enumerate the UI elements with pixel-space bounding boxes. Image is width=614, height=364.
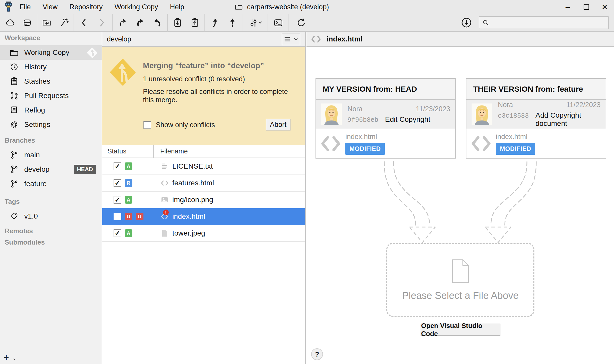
close-button[interactable]: ✕ (595, 0, 614, 14)
undo-button[interactable] (115, 15, 130, 30)
row-checkbox[interactable] (114, 213, 121, 220)
commit-author: Nora (498, 101, 513, 109)
menu-file[interactable]: File (20, 3, 31, 11)
sidebar-item-branch-main[interactable]: main (0, 148, 102, 162)
stash-save-button[interactable] (170, 15, 185, 30)
working-copy-panel: develop Merging “feature (102, 32, 306, 364)
sidebar-item-branch-feature[interactable]: feature (0, 177, 102, 191)
sidebar-item-working-copy[interactable]: Working Copy (0, 45, 102, 60)
sidebar-item-history[interactable]: History (0, 60, 102, 74)
menu-view[interactable]: View (43, 3, 58, 11)
chevron-down-icon (294, 38, 298, 41)
row-checkbox[interactable] (114, 162, 121, 170)
drive-icon (22, 18, 32, 28)
code-file-icon (470, 133, 492, 155)
sidebar-item-label: Stashes (24, 77, 50, 85)
commit-date: 11/22/2023 (566, 101, 601, 109)
cloud-button[interactable] (3, 15, 17, 30)
table-row-selected[interactable]: U U index.html (102, 208, 305, 225)
their-version-card[interactable]: THEIR VERSION from: feature (466, 78, 606, 159)
clipboard-up-icon (190, 18, 200, 28)
image-file-icon (160, 195, 169, 204)
search-input[interactable] (492, 19, 605, 27)
sidebar-item-label: Working Copy (24, 48, 69, 57)
menu-repository[interactable]: Repository (70, 3, 103, 11)
abort-merge-button[interactable]: Abort (266, 119, 291, 131)
stash-apply-button[interactable] (187, 15, 202, 30)
show-only-conflicts-checkbox[interactable] (143, 121, 151, 129)
maximize-button[interactable] (577, 0, 595, 14)
code-file-icon (160, 179, 169, 187)
table-row[interactable]: R features.html (102, 175, 305, 192)
push-icon (227, 18, 237, 28)
refresh-icon (296, 18, 306, 28)
file-name: features.html (172, 179, 214, 187)
tower-app-window: File View Repository Working Copy Help c… (0, 0, 614, 364)
sidebar-item-tag-v1[interactable]: v1.0 (0, 209, 102, 223)
their-version-header: THEIR VERSION from: feature (466, 79, 606, 100)
menu-working-copy[interactable]: Working Copy (115, 3, 158, 11)
help-button[interactable]: ? (311, 348, 323, 360)
their-version-file: index.html MODIFIED (466, 129, 606, 158)
terminal-button[interactable] (271, 15, 285, 30)
detail-panel-content: MY VERSION from: HEAD (306, 47, 614, 364)
redo-button[interactable] (150, 15, 165, 30)
merge-diamond-icon (110, 59, 136, 87)
sidebar-item-label: v1.0 (24, 212, 38, 220)
merge-tool-icon (248, 18, 263, 28)
magic-wand-icon (58, 18, 69, 28)
minimize-button[interactable]: – (558, 0, 577, 14)
search-box[interactable] (479, 16, 609, 29)
conflict-detail-panel: index.html MY VERSION from: HEAD (306, 32, 614, 364)
back-icon (79, 18, 89, 28)
list-options-button[interactable] (282, 33, 300, 45)
merge-tool-button[interactable] (245, 15, 266, 30)
row-checkbox[interactable] (114, 179, 121, 187)
my-version-commit: Nora 11/23/2023 9f96b8eb Edit Copyright (316, 100, 455, 129)
table-row[interactable]: A img/icon.png (102, 192, 305, 208)
repository-drive-button[interactable] (20, 15, 34, 30)
menu-help[interactable]: Help (170, 3, 184, 11)
table-row[interactable]: A LICENSE.txt (102, 158, 305, 175)
table-row[interactable]: A tower.jpeg (102, 225, 305, 242)
pull-button[interactable] (208, 15, 222, 30)
fetch-indicator-button[interactable] (459, 15, 474, 30)
sidebar-item-label: History (24, 63, 47, 71)
modified-status-badge: MODIFIED (496, 143, 535, 155)
open-repository-button[interactable] (40, 15, 54, 30)
avatar (472, 103, 492, 125)
my-version-card[interactable]: MY VERSION from: HEAD (315, 78, 456, 159)
push-button[interactable] (225, 15, 240, 30)
add-repository-button[interactable]: + ⌄ (4, 353, 16, 362)
sidebar-item-stashes[interactable]: Stashes (0, 74, 102, 89)
status-badge-unmerged: U (125, 213, 132, 220)
undo-outline-icon (117, 18, 128, 28)
maximize-icon (584, 4, 589, 10)
row-checkbox[interactable] (114, 229, 121, 237)
sidebar-section-tags: Tags (0, 198, 102, 205)
menubar: File View Repository Working Copy Help (20, 3, 184, 11)
row-checkbox[interactable] (114, 196, 121, 204)
file-name: img/icon.png (172, 196, 213, 204)
back-button[interactable] (77, 15, 91, 30)
toolbar (0, 14, 614, 32)
open-vscode-button[interactable]: Open Visual Studio Code (421, 324, 500, 336)
book-icon (10, 106, 19, 115)
sidebar-item-reflog[interactable]: Reflog (0, 103, 102, 117)
forward-button[interactable] (95, 15, 109, 30)
folder-return-icon (42, 18, 52, 28)
merge-banner-instruction: Please resolve all conflicts in order to… (143, 88, 292, 104)
my-version-file: index.html MODIFIED (316, 129, 455, 158)
titlebar: File View Repository Working Copy Help c… (0, 0, 614, 14)
sidebar-section-workspace: Workspace (0, 34, 102, 42)
file-name: LICENSE.txt (172, 162, 213, 170)
sidebar-item-pull-requests[interactable]: Pull Requests (0, 89, 102, 103)
sidebar-item-settings[interactable]: Settings (0, 117, 102, 132)
sidebar-item-label: develop (24, 165, 49, 174)
sidebar-item-branch-develop[interactable]: develop HEAD (0, 162, 102, 177)
refresh-button[interactable] (294, 15, 308, 30)
dropzone-text: Please Select a File Above (402, 290, 518, 301)
quick-actions-button[interactable] (56, 15, 71, 30)
undo-all-button[interactable] (133, 15, 147, 30)
merge-flag-icon (87, 47, 98, 60)
